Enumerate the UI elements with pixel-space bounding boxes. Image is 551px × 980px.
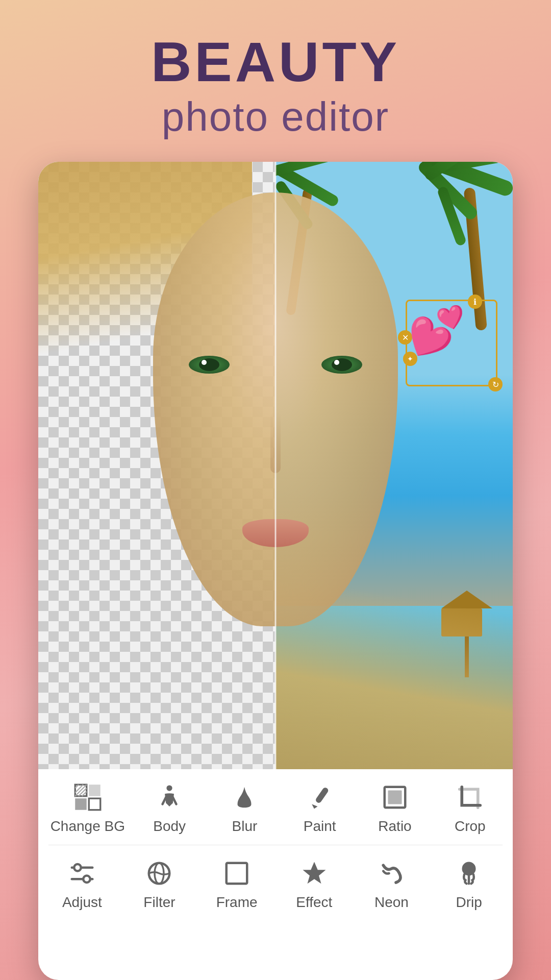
toolbar-item-frame[interactable]: Frame <box>206 857 267 911</box>
blur-label: Blur <box>232 818 258 835</box>
toolbar-row-1: Change BG Body <box>38 769 513 845</box>
svg-rect-2 <box>75 798 87 810</box>
svg-marker-23 <box>303 862 325 884</box>
ratio-label: Ratio <box>378 818 411 835</box>
svg-rect-22 <box>227 863 247 884</box>
filter-icon <box>143 857 175 889</box>
sticker-refresh-dot[interactable]: ↻ <box>488 377 503 391</box>
toolbar-item-filter[interactable]: Filter <box>129 857 190 911</box>
checker-background <box>38 162 276 769</box>
svg-point-17 <box>74 864 81 871</box>
svg-line-11 <box>173 797 177 804</box>
svg-rect-1 <box>89 785 101 796</box>
blur-icon <box>229 781 260 813</box>
sticker-move-dot[interactable]: ✦ <box>403 352 417 366</box>
toolbar-item-body[interactable]: Body <box>139 781 200 835</box>
toolbar-item-crop[interactable]: Crop <box>439 781 500 835</box>
header-title: BEAUTY <box>0 31 551 92</box>
body-label: Body <box>153 818 186 835</box>
toolbar-item-ratio[interactable]: Ratio <box>364 781 425 835</box>
drip-label: Drip <box>456 894 482 911</box>
sticker-info-dot[interactable]: ℹ <box>468 295 482 309</box>
beach-background <box>276 162 513 769</box>
paint-label: Paint <box>304 818 336 835</box>
photo-divider <box>275 162 277 769</box>
svg-rect-15 <box>388 791 402 804</box>
effect-icon <box>298 857 330 889</box>
sticker-hearts-emoji: 💕 <box>408 307 465 353</box>
phone-card: ℹ ✕ 💕 ↻ ✦ <box>38 162 513 980</box>
toolbar-item-neon[interactable]: Neon <box>361 857 422 911</box>
paint-icon <box>304 781 336 813</box>
toolbar-item-change-bg[interactable]: Change BG <box>51 781 125 835</box>
neon-label: Neon <box>374 894 409 911</box>
svg-rect-3 <box>89 798 101 810</box>
svg-point-19 <box>83 876 90 883</box>
header-section: BEAUTY photo editor <box>0 0 551 162</box>
crop-icon <box>454 781 486 813</box>
svg-marker-13 <box>312 804 317 809</box>
crop-label: Crop <box>455 818 486 835</box>
toolbar-item-adjust[interactable]: Adjust <box>52 857 113 911</box>
adjust-label: Adjust <box>62 894 102 911</box>
photo-area: ℹ ✕ 💕 ↻ ✦ <box>38 162 513 769</box>
toolbar-item-paint[interactable]: Paint <box>289 781 350 835</box>
sticker-overlay[interactable]: ℹ ✕ 💕 ↻ ✦ <box>400 289 503 391</box>
frame-icon <box>221 857 253 889</box>
toolbar-item-blur[interactable]: Blur <box>214 781 275 835</box>
frame-label: Frame <box>216 894 258 911</box>
app-container: BEAUTY photo editor <box>0 0 551 980</box>
svg-point-9 <box>167 785 172 791</box>
header-subtitle: photo editor <box>0 92 551 141</box>
drip-icon <box>453 857 485 889</box>
toolbar: Change BG Body <box>38 769 513 921</box>
effect-label: Effect <box>296 894 332 911</box>
change-bg-icon <box>72 781 104 813</box>
neon-icon <box>375 857 407 889</box>
filter-label: Filter <box>143 894 175 911</box>
ratio-icon <box>379 781 411 813</box>
svg-rect-12 <box>315 787 330 804</box>
svg-line-10 <box>163 797 166 804</box>
toolbar-item-effect[interactable]: Effect <box>284 857 345 911</box>
adjust-icon <box>66 857 98 889</box>
toolbar-item-drip[interactable]: Drip <box>438 857 499 911</box>
toolbar-row-2: Adjust Filter <box>38 845 513 921</box>
change-bg-label: Change BG <box>51 818 125 835</box>
body-icon <box>154 781 185 813</box>
